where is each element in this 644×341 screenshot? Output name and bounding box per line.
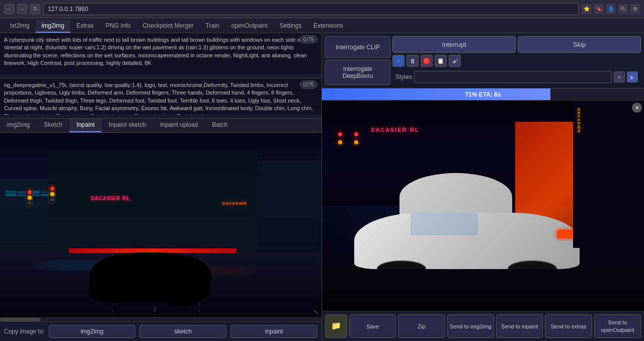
output-image-area: ✕ DACASIER RL bbox=[322, 101, 644, 311]
traffic-light-left-2 bbox=[48, 185, 55, 204]
output-car-scene: DACASIER RL bbox=[322, 101, 644, 311]
style-icon-pink[interactable]: 🔴 bbox=[421, 55, 433, 67]
tl-green-dot bbox=[28, 201, 32, 205]
output-traffic-light-orange-2 bbox=[354, 140, 358, 144]
browser-bar: ← → ↻ 127.0.0.1:7860 ⭐ 🔖 👤 🔌 ⚙ bbox=[0, 0, 644, 18]
tl2-yellow-dot bbox=[50, 192, 54, 196]
browser-icon-5: ⚙ bbox=[630, 4, 640, 14]
output-car-windshield bbox=[411, 213, 478, 235]
positive-prompt-area: A cyberpunk city street with lots of tra… bbox=[0, 33, 321, 78]
copy-to-img2img-button[interactable]: img2img bbox=[49, 325, 136, 338]
styles-select[interactable] bbox=[414, 71, 612, 83]
tab-png-info[interactable]: PNG Info bbox=[100, 20, 136, 33]
output-traffic-light-red bbox=[338, 132, 342, 136]
send-to-extras-button[interactable]: Send to extras bbox=[545, 314, 592, 338]
negative-prompt-counter: 0/75 bbox=[300, 80, 317, 89]
output-reflection-car bbox=[386, 277, 515, 279]
styles-row: Styles ✕ ▶ bbox=[392, 69, 641, 85]
input-canvas-image: DACASIER RL DACASIER bbox=[0, 133, 321, 317]
tab-inpaint-upload[interactable]: Inpaint upload bbox=[153, 119, 205, 132]
output-car-body bbox=[354, 189, 580, 269]
canvas-area[interactable]: ⚙ ✕ bbox=[0, 133, 321, 317]
neon-sign-2: DACASIER bbox=[222, 201, 247, 206]
action-section: Interrupt Skip ✓ 🗑 🔴 📋 🖌 Styles ✕ ▶ bbox=[392, 36, 641, 85]
output-neon-sign: DACASIER RL bbox=[371, 127, 420, 133]
style-icon-checkmark[interactable]: ✓ bbox=[392, 55, 405, 67]
neon-sign-1: DACASIER RL bbox=[91, 196, 130, 201]
interrogate-clip-button[interactable]: Interrogate CLIP bbox=[325, 36, 390, 58]
browser-icon-2: 🔖 bbox=[594, 4, 604, 14]
tab-batch[interactable]: Batch bbox=[205, 119, 235, 132]
tab-extras[interactable]: Extras bbox=[70, 20, 100, 33]
style-icons-row: ✓ 🗑 🔴 📋 🖌 bbox=[392, 55, 641, 67]
progress-bar-text: 71% ETA: 6s bbox=[322, 89, 644, 100]
interrupt-skip-row: Interrupt Skip bbox=[392, 36, 641, 53]
bottom-actions: 📁 Save Zip Send to img2img Send to inpai… bbox=[322, 311, 644, 341]
open-folder-button[interactable]: 📁 bbox=[325, 314, 347, 338]
browser-icon-1: ⭐ bbox=[582, 4, 592, 14]
tl2-red-dot bbox=[50, 187, 54, 191]
copy-image-label: Copy image to: bbox=[4, 328, 45, 335]
tab-train[interactable]: Train bbox=[200, 20, 225, 33]
output-traffic-light-red-2 bbox=[354, 132, 358, 136]
copy-to-inpaint-button[interactable]: inpaint bbox=[230, 325, 317, 338]
forward-button[interactable]: → bbox=[17, 4, 27, 14]
back-button[interactable]: ← bbox=[4, 4, 14, 14]
browser-icon-4: 🔌 bbox=[618, 4, 628, 14]
output-road bbox=[322, 269, 644, 311]
progress-bar-container: 71% ETA: 6s bbox=[322, 89, 644, 101]
main-tabs: txt2img img2img Extras PNG Info Checkpoi… bbox=[0, 18, 644, 33]
copy-image-row: Copy image to: img2img sketch inpaint bbox=[0, 321, 321, 341]
tl-red-dot bbox=[28, 190, 32, 194]
output-side-sign: DACASIER bbox=[577, 108, 581, 133]
building-center: DACASIER RL DACASIER bbox=[48, 151, 257, 262]
tl2-green-dot bbox=[50, 198, 54, 202]
send-to-img2img-button[interactable]: Send to img2img bbox=[447, 314, 494, 338]
positive-prompt-counter: 0/75 bbox=[300, 35, 317, 43]
send-to-openoutpaint-button[interactable]: Send to openOutpaint bbox=[594, 314, 641, 338]
skip-button[interactable]: Skip bbox=[518, 36, 641, 53]
output-right-building: DACASIER bbox=[573, 101, 644, 248]
tab-txt2img[interactable]: txt2img bbox=[4, 20, 36, 33]
canvas-resize-handle[interactable]: ⤡ bbox=[312, 308, 319, 315]
output-close-button[interactable]: ✕ bbox=[632, 103, 642, 113]
output-car-main bbox=[354, 213, 580, 269]
tab-extensions[interactable]: Extensions bbox=[307, 20, 349, 33]
browser-icon-3: 👤 bbox=[606, 4, 616, 14]
tab-img2img-inner[interactable]: img2img bbox=[0, 119, 37, 132]
tab-inpaint[interactable]: Inpaint bbox=[69, 119, 102, 132]
right-top-controls: Interrogate CLIP Interrogate DeepBooru I… bbox=[322, 33, 644, 89]
interrogate-deepbooru-button[interactable]: Interrogate DeepBooru bbox=[325, 60, 390, 85]
canvas-scrollbar-thumb bbox=[0, 318, 40, 321]
save-button[interactable]: Save bbox=[349, 314, 396, 338]
interrupt-button[interactable]: Interrupt bbox=[392, 36, 516, 53]
traffic-light-left bbox=[26, 188, 33, 207]
positive-prompt-input[interactable]: A cyberpunk city street with lots of tra… bbox=[0, 33, 321, 74]
tab-openoutpaint[interactable]: openOutpaint bbox=[225, 20, 274, 33]
styles-apply-button[interactable]: ▶ bbox=[627, 71, 638, 82]
interrogate-section: Interrogate CLIP Interrogate DeepBooru bbox=[325, 36, 390, 85]
refresh-button[interactable]: ↻ bbox=[30, 4, 40, 14]
zip-button[interactable]: Zip bbox=[398, 314, 445, 338]
negative-prompt-input[interactable]: ng_deepnegative_v1_75t, (worst quality, … bbox=[0, 78, 321, 115]
content-area: A cyberpunk city street with lots of tra… bbox=[0, 33, 644, 341]
output-traffic-light-orange bbox=[338, 140, 342, 144]
url-bar[interactable]: 127.0.0.1:7860 bbox=[43, 3, 579, 15]
send-to-inpaint-button[interactable]: Send to inpaint bbox=[496, 314, 543, 338]
style-icon-paint[interactable]: 🖌 bbox=[449, 55, 461, 67]
styles-clear-button[interactable]: ✕ bbox=[614, 71, 625, 82]
copy-to-sketch-button[interactable]: sketch bbox=[139, 325, 226, 338]
styles-label: Styles bbox=[395, 73, 412, 80]
tab-inpaint-sketch[interactable]: Inpaint sketch bbox=[102, 119, 153, 132]
image-tabs: img2img Sketch Inpaint Inpaint sketch In… bbox=[0, 119, 321, 133]
style-icon-trash[interactable]: 🗑 bbox=[407, 55, 419, 67]
style-icon-copy[interactable]: 📋 bbox=[435, 55, 447, 67]
left-panel: A cyberpunk city street with lots of tra… bbox=[0, 33, 322, 341]
tab-img2img[interactable]: img2img bbox=[36, 20, 70, 33]
canvas-scrollbar[interactable] bbox=[0, 317, 321, 321]
tab-sketch[interactable]: Sketch bbox=[37, 119, 69, 132]
tab-settings[interactable]: Settings bbox=[274, 20, 307, 33]
tl-yellow-dot bbox=[28, 196, 32, 200]
output-car-rear-light bbox=[557, 230, 575, 238]
tab-checkpoint-merger[interactable]: Checkpoint Merger bbox=[136, 20, 199, 33]
